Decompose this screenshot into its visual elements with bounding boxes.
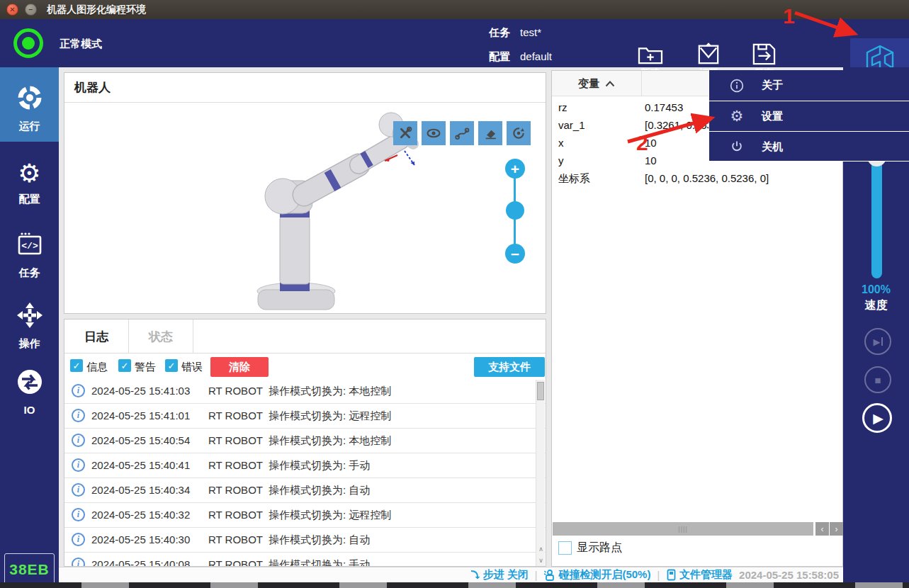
app-window: ✕ − 机器人图形化编程环境 正常模式 任务test* 配置default 新建 bbox=[0, 0, 909, 588]
log-tab-bar: 日志 状态 bbox=[64, 320, 546, 354]
log-row[interactable]: i 2024-05-25 15:40:32 RT ROBOT 操作模式切换为: … bbox=[64, 503, 546, 528]
log-time: 2024-05-25 15:40:41 bbox=[91, 459, 190, 471]
menu-item-label: 关于 bbox=[762, 79, 783, 92]
log-message: 操作模式切换为: 远程控制 bbox=[269, 409, 391, 423]
tools-button[interactable] bbox=[393, 121, 417, 145]
skip-icon: ▶ bbox=[874, 337, 883, 347]
tab-status[interactable]: 状态 bbox=[129, 320, 193, 354]
sidebar-item-task[interactable]: </> 任务 bbox=[0, 213, 59, 283]
variables-column-header[interactable]: 变量 bbox=[552, 71, 642, 96]
filter-info-label: 信息 bbox=[86, 361, 108, 374]
log-scrollbar[interactable]: ∧ ∨ bbox=[536, 380, 545, 566]
variable-row[interactable]: 坐标系 [0, 0, 0, 0.5236, 0.5236, 0] bbox=[552, 170, 842, 188]
status-time: 2024-05-25 15:58:05 bbox=[739, 569, 839, 581]
step-mode-status[interactable]: 步进 关闭 bbox=[470, 568, 529, 582]
log-source: RT ROBOT bbox=[208, 509, 263, 521]
log-source: RT ROBOT bbox=[208, 533, 263, 545]
info-icon: i bbox=[72, 483, 85, 497]
show-waypoints-checkbox[interactable] bbox=[558, 541, 572, 555]
app-dropdown-menu: 关于 ⚙ 设置 关机 bbox=[708, 70, 909, 162]
log-row[interactable]: i 2024-05-25 15:41:01 RT ROBOT 操作模式切换为: … bbox=[64, 404, 546, 429]
log-time: 2024-05-25 15:40:30 bbox=[91, 533, 190, 545]
visibility-button[interactable] bbox=[422, 121, 446, 145]
scroll-right-icon[interactable]: › bbox=[830, 522, 843, 536]
menu-item-shutdown[interactable]: 关机 bbox=[709, 131, 909, 162]
minimize-icon[interactable]: − bbox=[25, 4, 37, 16]
log-filter-bar: ✓ 信息 ✓ 警告 ✓ 错误 清除 支持文件 bbox=[64, 354, 546, 379]
variable-value: [0, 0, 0, 0.5236, 0.5236, 0] bbox=[645, 172, 769, 184]
eye-icon bbox=[425, 125, 442, 142]
collision-detection-label: 碰撞检测开启(50%) bbox=[558, 568, 650, 582]
tools-icon bbox=[397, 125, 414, 142]
info-icon bbox=[729, 79, 745, 93]
close-icon[interactable]: ✕ bbox=[6, 4, 18, 16]
hscrollbar-track[interactable]: |||| bbox=[553, 522, 813, 536]
log-time: 2024-05-25 15:40:34 bbox=[91, 484, 190, 496]
zoom-in-icon[interactable]: + bbox=[505, 159, 525, 179]
sidebar-item-operate[interactable]: 操作 bbox=[0, 283, 59, 353]
variable-value: 0.17453 bbox=[645, 101, 683, 113]
background-window-strip bbox=[0, 582, 909, 588]
tab-log[interactable]: 日志 bbox=[64, 320, 129, 354]
config-field: 配置default bbox=[489, 50, 552, 64]
log-row[interactable]: i 2024-05-25 15:41:03 RT ROBOT 操作模式切换为: … bbox=[64, 379, 546, 404]
filter-warning-checkbox[interactable]: ✓ bbox=[118, 359, 131, 372]
open-envelope-icon bbox=[696, 43, 721, 65]
info-icon: i bbox=[72, 558, 85, 566]
variables-hscrollbar: |||| ‹ › bbox=[552, 522, 844, 536]
log-source: RT ROBOT bbox=[208, 459, 263, 471]
eraser-icon bbox=[482, 125, 499, 142]
variable-name: x bbox=[558, 137, 564, 149]
reset-view-button[interactable] bbox=[507, 121, 531, 145]
sidebar-item-io[interactable]: IO bbox=[0, 353, 59, 417]
log-scrollbar-thumb[interactable] bbox=[537, 382, 544, 400]
speed-slider-track[interactable] bbox=[871, 157, 882, 278]
sidebar-label: 任务 bbox=[19, 266, 40, 280]
status-indicator bbox=[13, 28, 43, 58]
log-panel: 日志 状态 ✓ 信息 ✓ 警告 ✓ 错误 清除 支持文件 i 2024-05-2… bbox=[64, 319, 546, 567]
zoom-out-icon[interactable]: − bbox=[505, 244, 525, 264]
collision-detection-status[interactable]: 碰撞检测开启(50%) bbox=[543, 568, 650, 582]
scroll-up-icon[interactable]: ∧ bbox=[536, 543, 546, 555]
file-manager-status[interactable]: 文件管理器 bbox=[666, 568, 733, 582]
filter-error-checkbox[interactable]: ✓ bbox=[165, 359, 178, 372]
play-button[interactable]: ▶ bbox=[862, 403, 892, 433]
scroll-down-icon[interactable]: ∨ bbox=[536, 555, 546, 566]
log-source: RT ROBOT bbox=[208, 434, 263, 446]
log-row[interactable]: i 2024-05-25 15:40:41 RT ROBOT 操作模式切换为: … bbox=[64, 453, 546, 478]
log-row[interactable]: i 2024-05-25 15:40:08 RT ROBOT 操作模式切换为: … bbox=[64, 553, 546, 566]
erase-button[interactable] bbox=[478, 121, 502, 145]
sidebar-item-run[interactable]: 运行 bbox=[0, 67, 59, 142]
gear-lines-icon: ⚙ bbox=[18, 160, 40, 187]
new-folder-icon bbox=[637, 43, 664, 65]
log-source: RT ROBOT bbox=[208, 409, 263, 422]
variable-value: 10 bbox=[645, 154, 657, 166]
log-row[interactable]: i 2024-05-25 15:40:54 RT ROBOT 操作模式切换为: … bbox=[64, 429, 546, 453]
menu-item-about[interactable]: 关于 bbox=[709, 70, 909, 101]
filter-info-checkbox[interactable]: ✓ bbox=[70, 359, 83, 372]
clear-log-button[interactable]: 清除 bbox=[210, 357, 269, 377]
power-icon bbox=[729, 140, 745, 154]
variable-name: 坐标系 bbox=[558, 172, 590, 186]
log-row[interactable]: i 2024-05-25 15:40:30 RT ROBOT 操作模式切换为: … bbox=[64, 528, 546, 553]
zoom-slider-knob[interactable] bbox=[506, 201, 524, 220]
gear-icon: ⚙ bbox=[729, 109, 745, 123]
filter-error-label: 错误 bbox=[181, 361, 203, 374]
log-row[interactable]: i 2024-05-25 15:40:34 RT ROBOT 操作模式切换为: … bbox=[64, 478, 546, 503]
scroll-left-icon[interactable]: ‹ bbox=[815, 522, 829, 536]
step-button[interactable]: ▶ bbox=[864, 328, 891, 355]
step-arrow-icon bbox=[470, 570, 480, 580]
path-button[interactable] bbox=[450, 121, 474, 145]
safety-code-badge[interactable]: 38EB bbox=[4, 553, 55, 585]
step-mode-label: 步进 关闭 bbox=[483, 568, 529, 582]
sidebar-item-config[interactable]: ⚙ 配置 bbox=[0, 142, 59, 213]
support-file-button[interactable]: 支持文件 bbox=[474, 357, 545, 377]
variable-value: 10 bbox=[645, 137, 657, 149]
variable-name: y bbox=[558, 154, 564, 166]
menu-item-settings[interactable]: ⚙ 设置 bbox=[709, 101, 909, 131]
path-nodes-icon bbox=[453, 125, 470, 142]
collision-robot-icon bbox=[543, 569, 555, 581]
stop-button[interactable]: ■ bbox=[864, 366, 891, 393]
io-swap-icon bbox=[16, 368, 43, 398]
log-message: 操作模式切换为: 本地控制 bbox=[269, 434, 391, 448]
